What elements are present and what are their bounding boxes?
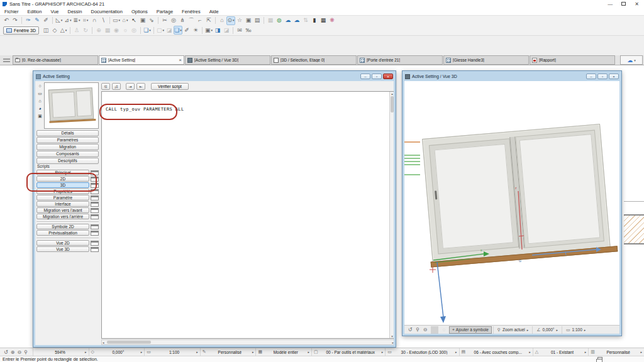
tab-close-icon[interactable]: × bbox=[177, 57, 182, 63]
scroll-left-icon[interactable]: ◂ bbox=[103, 341, 104, 344]
orbit-icon[interactable]: ↻ bbox=[81, 26, 90, 35]
image-icon[interactable]: ▣ bbox=[244, 16, 253, 25]
scroll-right-icon[interactable]: ▸ bbox=[392, 341, 394, 344]
maximize-icon[interactable]: ▫ bbox=[372, 74, 382, 79]
open-in-window-icon[interactable] bbox=[91, 183, 99, 188]
pen-set[interactable]: ✎ Personnalisé ▸ bbox=[200, 348, 256, 356]
view-3d-canvas[interactable]: x z G bbox=[404, 81, 619, 325]
toolbar-icon[interactable] bbox=[264, 17, 264, 24]
trim-icon[interactable]: ✂ bbox=[160, 16, 169, 25]
render-settings-icon[interactable]: ❋ bbox=[328, 16, 336, 25]
redo-icon[interactable]: ↷ bbox=[11, 16, 19, 25]
publish-icon[interactable]: ◍ bbox=[275, 16, 284, 25]
split-icon[interactable]: ⋔ bbox=[178, 16, 187, 25]
uppercase-format-icon[interactable]: !≡ bbox=[101, 83, 110, 90]
design-options-icon[interactable]: ⊙▾ bbox=[226, 16, 235, 25]
cutplane-icon[interactable]: ◪ bbox=[165, 26, 174, 35]
vue-3d-window[interactable]: Active Setting / Vue 3D – ▫ × bbox=[402, 70, 622, 336]
offset-icon[interactable]: ≣▾ bbox=[72, 16, 81, 25]
menu-item[interactable]: Partage bbox=[152, 9, 177, 14]
sidebar-button[interactable]: Paramètres bbox=[36, 137, 99, 143]
open-in-window-icon[interactable] bbox=[91, 189, 99, 194]
filter-3d-elements-icon[interactable]: ❏▾ bbox=[143, 26, 152, 35]
inject-parameters-icon[interactable]: ✎ bbox=[33, 16, 42, 25]
resize-icon[interactable]: ⇱ bbox=[204, 16, 213, 25]
toolbar-icon[interactable] bbox=[202, 27, 203, 34]
sidebar-button[interactable]: Descriptifs bbox=[36, 158, 99, 164]
open-in-window-icon[interactable] bbox=[91, 224, 99, 229]
home-story-icon[interactable]: ⌂ bbox=[218, 16, 226, 25]
open-in-window-icon[interactable] bbox=[91, 177, 99, 182]
menu-item[interactable]: Fenêtres bbox=[177, 9, 205, 14]
tab-rapport[interactable]: [Rapport] bbox=[530, 55, 615, 65]
pickup-parameters-icon[interactable]: ✑ bbox=[24, 16, 33, 25]
toolbar-icon[interactable] bbox=[158, 17, 158, 24]
rect-mode-icon[interactable]: ▭ bbox=[38, 91, 42, 96]
adjust-icon[interactable]: ◎ bbox=[169, 16, 178, 25]
close-icon[interactable]: ✕ bbox=[635, 1, 639, 7]
model-view-options[interactable]: ▭ 30 - Exécution (LOD 300) ▸ bbox=[385, 348, 458, 356]
open-in-window-icon[interactable] bbox=[91, 208, 99, 213]
toolbar-icon[interactable] bbox=[233, 27, 233, 34]
toolbar-icon[interactable] bbox=[21, 17, 22, 24]
slope-icon[interactable]: ⊿▾ bbox=[64, 16, 72, 25]
script-button[interactable]: Propriétés bbox=[36, 189, 89, 194]
walk-icon[interactable]: ♙ bbox=[72, 26, 81, 35]
paint-surface-icon[interactable]: ✐ bbox=[182, 26, 191, 35]
zoom-optimal-icon[interactable]: ↺ bbox=[4, 349, 8, 355]
brush-icon[interactable]: ▮ bbox=[310, 16, 319, 25]
frame-mode-icon[interactable]: ▣ bbox=[38, 114, 42, 118]
contour-cube-icon[interactable]: ◫ bbox=[42, 26, 50, 35]
toolbar-icon[interactable] bbox=[92, 27, 92, 34]
toolbar-icon[interactable] bbox=[70, 27, 70, 34]
grid-snap-icon[interactable]: ⌗▾ bbox=[81, 16, 90, 25]
menu-item[interactable]: Documentation bbox=[86, 9, 126, 14]
scroll-thumb[interactable] bbox=[391, 96, 394, 112]
renovation-filter[interactable]: △ 01 - Existant ▸ bbox=[533, 348, 589, 356]
share-icon[interactable]: ‰ bbox=[244, 26, 253, 35]
fly-mode-icon[interactable]: ◌ bbox=[440, 326, 448, 334]
stacked-windows-icon[interactable] bbox=[597, 357, 602, 361]
scroll-up-icon[interactable]: ▴ bbox=[390, 92, 394, 96]
projection-icon[interactable]: ◉ bbox=[112, 26, 121, 35]
lowercase-format-icon[interactable]: ¡≡ bbox=[112, 83, 121, 90]
indent-icon[interactable]: ⇥ bbox=[126, 83, 135, 90]
menu-item[interactable]: Dessin bbox=[64, 9, 87, 14]
add-to-symbol-button[interactable]: + Ajouter à symbole bbox=[449, 326, 492, 334]
tab-3d-selection-etage-0[interactable]: [3D / Sélection, Etage 0] bbox=[271, 55, 357, 65]
script-button[interactable]: Migration vers l'avant bbox=[36, 207, 89, 213]
toolbar-icon[interactable] bbox=[215, 17, 216, 24]
script-button[interactable]: 3D bbox=[36, 182, 89, 188]
favorites-icon[interactable]: ☆ bbox=[235, 16, 244, 25]
lock-icon[interactable]: ⌂▾ bbox=[121, 16, 130, 25]
view-mode-icon[interactable]: ❏▾ bbox=[174, 26, 182, 35]
teamwork-icon[interactable]: ⇅ bbox=[301, 16, 310, 25]
window-3d-button[interactable]: Fenêtre 3D bbox=[3, 26, 39, 35]
model-filter[interactable]: ▦ Modèle entier ▸ bbox=[255, 348, 311, 356]
active-setting-titlebar[interactable]: Active Setting – ▫ × bbox=[35, 73, 394, 81]
outdent-icon[interactable]: ⇤ bbox=[136, 83, 145, 90]
undo-icon[interactable]: ↶ bbox=[2, 16, 11, 25]
sun-study-icon[interactable]: ☀ bbox=[191, 26, 200, 35]
intersect-icon[interactable]: ⌐ bbox=[196, 16, 204, 25]
fillet-icon[interactable]: ⌒ bbox=[187, 16, 196, 25]
stretch-icon[interactable]: ⇘ bbox=[147, 16, 156, 25]
sidebar-button[interactable]: Détails bbox=[36, 130, 99, 136]
zoom-level[interactable]: 594% ▸ bbox=[33, 348, 89, 356]
axo-icon[interactable]: △▾ bbox=[59, 26, 68, 35]
maximize-icon[interactable] bbox=[621, 2, 626, 6]
script-button[interactable]: 2D bbox=[36, 176, 89, 182]
open-in-window-icon[interactable] bbox=[91, 241, 99, 246]
open-in-window-icon[interactable] bbox=[91, 195, 99, 200]
verify-script-button[interactable]: Vérifier script bbox=[151, 83, 189, 90]
sidebar-button[interactable]: Migration bbox=[36, 144, 99, 150]
tab-giesse-handle3[interactable]: [Giesse Handle3] bbox=[443, 55, 529, 65]
layouts-icon[interactable]: ▦ bbox=[266, 16, 275, 25]
active-setting-window[interactable]: Active Setting – ▫ × ○▭⌂◕▣ Dé bbox=[33, 70, 396, 348]
marquee-icon[interactable]: ▭▾ bbox=[112, 16, 121, 25]
vue-3d-titlebar[interactable]: Active Setting / Vue 3D – ▫ × bbox=[404, 73, 619, 81]
move-icon[interactable]: ↖ bbox=[130, 16, 138, 25]
toolbar-icon[interactable] bbox=[140, 27, 141, 34]
vertical-scrollbar[interactable]: ▴ ▾ bbox=[389, 92, 394, 338]
toolbar-icon[interactable] bbox=[109, 17, 110, 24]
